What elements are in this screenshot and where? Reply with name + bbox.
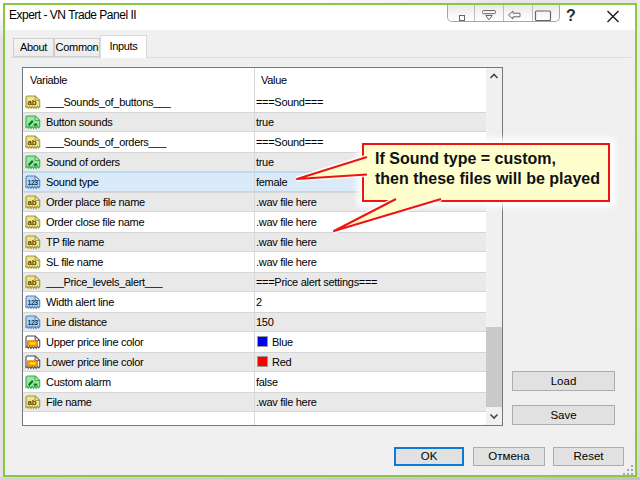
svg-text:123: 123 <box>28 319 39 326</box>
svg-text:ab: ab <box>27 218 36 227</box>
svg-text:ab: ab <box>27 278 36 287</box>
svg-text:ab: ab <box>27 138 36 147</box>
svg-text:123: 123 <box>28 179 39 186</box>
svg-text:ab: ab <box>27 398 36 407</box>
svg-text:ab: ab <box>27 98 36 107</box>
svg-text:ab: ab <box>27 238 36 247</box>
svg-text:123: 123 <box>28 299 39 306</box>
svg-text:ab: ab <box>27 258 36 267</box>
svg-text:ab: ab <box>27 198 36 207</box>
